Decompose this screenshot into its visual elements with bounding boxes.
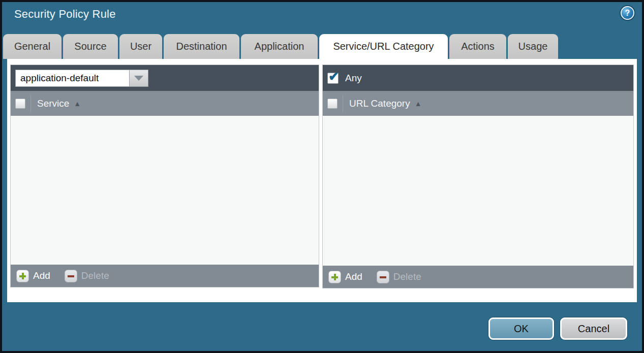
- tab-bar: General Source User Destination Applicat…: [3, 34, 560, 59]
- service-add-button[interactable]: Add: [16, 270, 50, 282]
- help-glyph: ?: [625, 9, 630, 18]
- url-category-select-all-checkbox[interactable]: [327, 99, 338, 109]
- checkmark-icon: ✔: [328, 69, 339, 84]
- delete-minus-icon: [65, 270, 77, 282]
- service-type-dropdown[interactable]: application-default: [15, 70, 148, 87]
- column-divider: [343, 95, 343, 112]
- url-category-panel: ✔ Any URL Category ▲ Add Delete: [322, 65, 634, 288]
- ok-button[interactable]: OK: [488, 317, 554, 340]
- url-category-list: [323, 116, 633, 266]
- tab-application[interactable]: Application: [241, 34, 318, 59]
- service-footer: Add Delete: [11, 265, 319, 287]
- add-plus-icon: [328, 271, 341, 283]
- url-category-footer: Add Delete: [323, 266, 633, 288]
- tab-user[interactable]: User: [119, 34, 162, 59]
- service-list: [11, 116, 319, 265]
- tab-service-url-category[interactable]: Service/URL Category: [319, 34, 448, 59]
- service-toolbar: application-default: [11, 65, 319, 91]
- tab-general[interactable]: General: [3, 34, 62, 59]
- url-category-add-button[interactable]: Add: [328, 271, 362, 283]
- service-type-dropdown-value[interactable]: application-default: [15, 70, 130, 87]
- cancel-button[interactable]: Cancel: [560, 317, 627, 340]
- add-plus-icon: [16, 270, 29, 282]
- service-column-header-row: Service ▲: [11, 91, 319, 116]
- tab-source[interactable]: Source: [63, 34, 118, 59]
- chevron-down-icon: [134, 76, 143, 81]
- tab-destination[interactable]: Destination: [164, 34, 239, 59]
- column-divider: [30, 95, 31, 112]
- sort-ascending-icon: ▲: [415, 100, 422, 108]
- service-select-all-checkbox[interactable]: [15, 99, 25, 109]
- service-delete-button[interactable]: Delete: [65, 270, 109, 282]
- service-panel: application-default Service ▲ Add Delete: [10, 65, 319, 287]
- url-category-delete-button[interactable]: Delete: [377, 271, 421, 283]
- sort-ascending-icon: ▲: [74, 100, 81, 108]
- tab-actions[interactable]: Actions: [449, 34, 506, 59]
- url-category-column-header[interactable]: URL Category ▲: [349, 98, 422, 109]
- service-column-header[interactable]: Service ▲: [37, 98, 81, 109]
- dialog-title: Security Policy Rule: [14, 8, 116, 21]
- any-checkbox-label: Any: [345, 73, 362, 84]
- security-policy-rule-dialog: Security Policy Rule ? General Source Us…: [0, 0, 644, 353]
- delete-minus-icon: [377, 271, 389, 283]
- any-checkbox[interactable]: ✔: [327, 73, 339, 84]
- url-category-column-header-row: URL Category ▲: [323, 91, 633, 116]
- tab-usage[interactable]: Usage: [508, 34, 558, 59]
- url-category-toolbar: ✔ Any: [323, 65, 633, 91]
- service-type-dropdown-button[interactable]: [130, 70, 148, 87]
- help-icon[interactable]: ?: [621, 6, 634, 20]
